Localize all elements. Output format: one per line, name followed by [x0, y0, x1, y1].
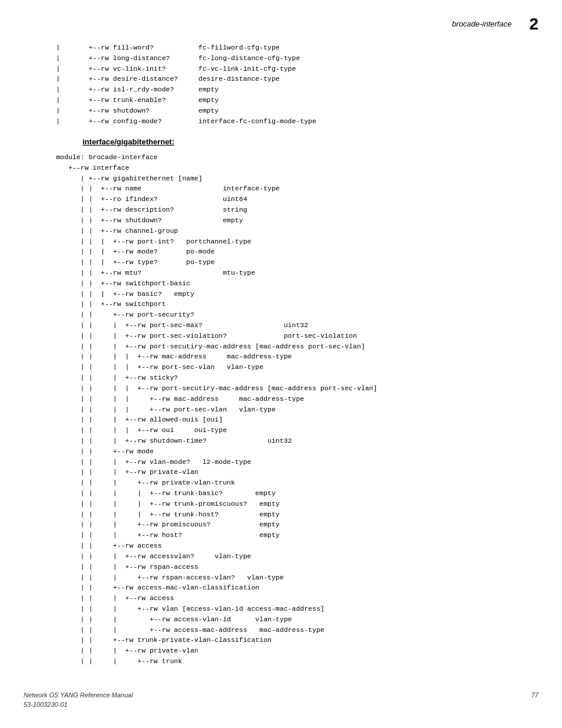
code-line: | | | | +--rw trunk-promiscuous? empty	[24, 499, 538, 509]
code-line: | | | +--rw sticky?	[24, 373, 538, 383]
code-line: | | +--rw port-security?	[24, 309, 538, 320]
code-line: | | | | +--rw port-sec-vlan vlan-type	[24, 362, 538, 373]
code-line: | | | +--rw shutdown-time? uint32	[24, 436, 538, 446]
code-line: | | | +--rw allowed-ouis [oui]	[24, 414, 538, 425]
code-line: module: brocade-interface	[24, 152, 538, 163]
code-line: | | | +--rw vlan [access-vlan-id access-…	[24, 604, 538, 614]
code-line: | | | +--rw port-int? portchannel-type	[24, 236, 538, 247]
section-heading: interface/gigabitethernet:	[82, 136, 538, 148]
code-line: | +--rw vc-link-init? fc-vc-link-init-cf…	[24, 64, 538, 74]
main-code-block: module: brocade-interface +--rw interfac…	[24, 152, 538, 667]
code-line: | | | +--rw access	[24, 593, 538, 604]
header-page: 2	[529, 12, 538, 37]
code-line: | | +--rw switchport	[24, 299, 538, 309]
footer-left: Network OS YANG Reference Manual 53-1003…	[24, 690, 133, 710]
code-line: | | | +--rw accessvlan? vlan-type	[24, 551, 538, 562]
footer-right: 77	[531, 690, 538, 710]
code-line: | +--rw shutdown? empty	[24, 106, 538, 116]
code-line: | | | +--rw private-vlan-trunk	[24, 477, 538, 488]
top-code-block: | +--rw fill-word? fc-fillword-cfg-type …	[24, 42, 538, 127]
code-line: | +--rw config-mode? interface-fc-config…	[24, 116, 538, 127]
code-line: | | | +--rw private-vlan	[24, 467, 538, 477]
code-line: | | | | +--rw mac-address mac-address-ty…	[24, 394, 538, 404]
code-line: | +--rw fill-word? fc-fillword-cfg-type	[24, 42, 538, 53]
code-line: | | | +--rw type? po-type	[24, 257, 538, 268]
code-line: | | | | +--rw port-secutiry-mac-address …	[24, 383, 538, 394]
code-line: | | +--ro ifindex? uint64	[24, 194, 538, 205]
code-line: | | +--rw trunk-private-vlan-classificat…	[24, 635, 538, 645]
code-line: | | | +--rw promiscuous? empty	[24, 519, 538, 530]
code-line: | | +--rw access	[24, 541, 538, 551]
code-line: | | | +--rw rspan-access	[24, 562, 538, 572]
code-line: | | +--rw channel-group	[24, 226, 538, 236]
footer: Network OS YANG Reference Manual 53-1003…	[24, 690, 538, 710]
code-line: | | | +--rw trunk	[24, 656, 538, 667]
code-line: | | +--rw shutdown? empty	[24, 215, 538, 226]
code-line: | | +--rw description? string	[24, 205, 538, 215]
code-line: | | | | +--rw trunk-basic? empty	[24, 488, 538, 499]
code-line: | | +--rw access-mac-vlan-classification	[24, 582, 538, 593]
code-line: | | | +--rw rspan-access-vlan? vlan-type	[24, 572, 538, 583]
code-line: | | | +--rw vlan-mode? l2-mode-type	[24, 457, 538, 467]
code-line: | | | +--rw access-vlan-id vlan-type	[24, 614, 538, 625]
code-line: | +--rw desire-distance? desire-distance…	[24, 74, 538, 84]
code-line: | | | +--rw port-sec-violation? port-sec…	[24, 331, 538, 341]
code-line: | | | | +--rw trunk-host? empty	[24, 509, 538, 520]
code-line: | | +--rw switchport-basic	[24, 278, 538, 289]
code-line: | | | +--rw port-secutiry-mac-address [m…	[24, 341, 538, 352]
code-line: | | | | +--rw mac-address mac-address-ty…	[24, 351, 538, 362]
code-line: | | | +--rw port-sec-max? uint32	[24, 320, 538, 331]
code-line: | | | +--rw basic? empty	[24, 289, 538, 299]
code-line: | | +--rw name interface-type	[24, 183, 538, 194]
header-title: brocade-interface	[452, 18, 511, 30]
code-line: | | | +--rw private-vlan	[24, 645, 538, 656]
code-line: | +--rw gigabitethernet [name]	[24, 173, 538, 184]
code-line: | | | | +--rw port-sec-vlan vlan-type	[24, 404, 538, 415]
page-wrapper: brocade-interface 2 | +--rw fill-word? f…	[24, 12, 538, 710]
code-line: | | +--rw mtu? mtu-type	[24, 268, 538, 278]
code-line: | | | | +--rw oui oui-type	[24, 425, 538, 436]
code-line: | | +--rw mode	[24, 446, 538, 457]
header-bar: brocade-interface 2	[24, 12, 538, 37]
code-line: | +--rw long-distance? fc-long-distance-…	[24, 53, 538, 64]
code-line: | | | +--rw access-mac-address mac-addre…	[24, 625, 538, 635]
code-line: +--rw interface	[24, 163, 538, 173]
code-line: | | | +--rw mode? po-mode	[24, 246, 538, 257]
code-line: | +--rw isl-r_rdy-mode? empty	[24, 84, 538, 95]
code-line: | +--rw trunk-enable? empty	[24, 95, 538, 106]
code-line: | | | +--rw host? empty	[24, 530, 538, 541]
